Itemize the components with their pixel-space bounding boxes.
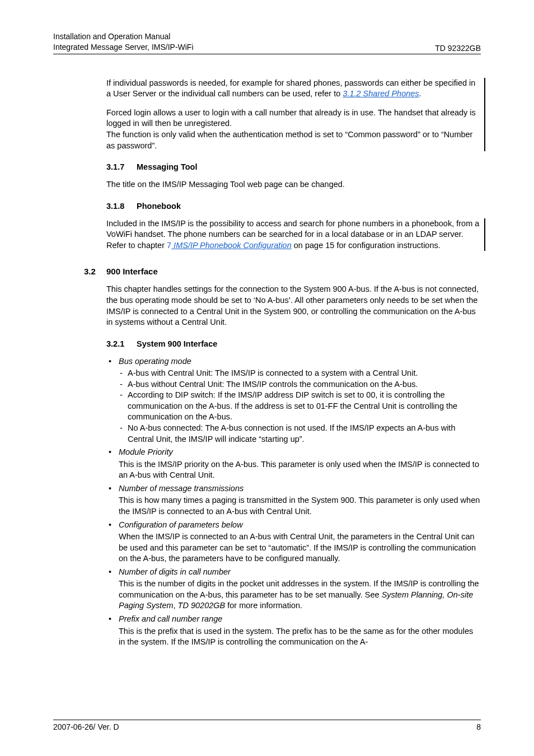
intro-p2a: Forced login allows a user to login with… <box>106 108 476 128</box>
link-phonebook-config[interactable]: IMS/IP Phonebook Configuration <box>171 241 292 250</box>
intro-p1-period: . <box>419 89 421 98</box>
changebar-block-2: Included in the IMS/IP is the possibilit… <box>106 218 485 251</box>
dash-item: A-bus without Central Unit: The IMS/IP c… <box>119 379 481 390</box>
term-prefix-range: Prefix and call number range <box>119 614 222 623</box>
content-area: If individual passwords is needed, for e… <box>53 78 481 648</box>
intro-paragraph-1: If individual passwords is needed, for e… <box>106 78 481 100</box>
header-right: TD 92322GB <box>435 44 481 53</box>
heading-318: 3.1.8Phonebook <box>106 202 481 211</box>
bullet-module-priority: Module Priority This is the IMS/IP prior… <box>106 447 481 481</box>
sectitle-321: System 900 Interface <box>137 339 217 348</box>
body-318: Included in the IMS/IP is the possibilit… <box>106 218 481 251</box>
heading-32: 3.2900 Interface <box>84 267 481 276</box>
body-32: This chapter handles settings for the co… <box>106 284 481 328</box>
page-header: Installation and Operation Manual Integr… <box>53 31 481 54</box>
secnum-317: 3.1.7 <box>106 162 137 171</box>
dash-item: No A-bus connected: The A-bus connection… <box>119 423 481 445</box>
dash-list-bus-mode: A-bus with Central Unit: The IMS/IP is c… <box>119 368 481 445</box>
dash-item: A-bus with Central Unit: The IMS/IP is c… <box>119 368 481 379</box>
desc-num-digits-post: for more information. <box>225 601 302 610</box>
body-318-post: on page 15 for configuration instruction… <box>292 241 441 250</box>
desc-module-priority: This is the IMS/IP priority on the A-bus… <box>119 459 481 481</box>
bullet-num-digits: Number of digits in call number This is … <box>106 567 481 612</box>
body-318-chnum: 7 <box>167 241 171 250</box>
secnum-318: 3.1.8 <box>106 202 137 211</box>
desc-num-digits-ital2: TD 90202GB <box>178 601 226 610</box>
term-bus-operating-mode: Bus operating mode <box>119 357 191 366</box>
body-317: The title on the IMS/IP Messaging Tool w… <box>106 179 481 190</box>
sectitle-318: Phonebook <box>137 202 181 211</box>
page-footer: 2007-06-26/ Ver. D 8 <box>53 720 481 731</box>
desc-msg-transmissions: This is how many times a paging is trans… <box>119 495 481 517</box>
term-config-params: Configuration of parameters below <box>119 520 243 529</box>
bullet-msg-transmissions: Number of message transmissions This is … <box>106 483 481 517</box>
link-shared-phones[interactable]: 3.1.2 Shared Phones <box>343 89 419 98</box>
bullet-list-321: Bus operating mode A-bus with Central Un… <box>106 356 481 648</box>
bullet-config-params: Configuration of parameters below When t… <box>106 520 481 564</box>
secnum-321: 3.2.1 <box>106 339 137 348</box>
term-msg-transmissions: Number of message transmissions <box>119 484 243 493</box>
desc-num-digits: This is the number of digits in the pock… <box>119 578 481 612</box>
page: Installation and Operation Manual Integr… <box>0 0 534 756</box>
footer-date-version: 2007-06-26/ Ver. D <box>53 722 119 731</box>
term-module-priority: Module Priority <box>119 447 173 456</box>
term-num-digits: Number of digits in call number <box>119 567 231 576</box>
product-title: Integrated Message Server, IMS/IP-WiFi <box>53 42 194 53</box>
secnum-32: 3.2 <box>84 267 106 276</box>
bullet-prefix-range: Prefix and call number range This is the… <box>106 614 481 648</box>
manual-title: Installation and Operation Manual <box>53 31 194 42</box>
heading-317: 3.1.7Messaging Tool <box>106 162 481 171</box>
sectitle-317: Messaging Tool <box>137 162 198 171</box>
doc-id: TD 92322GB <box>435 44 481 53</box>
sectitle-32: 900 Interface <box>106 267 158 276</box>
header-left: Installation and Operation Manual Integr… <box>53 31 194 53</box>
desc-prefix-range: This is the prefix that is used in the s… <box>119 626 481 648</box>
heading-321: 3.2.1System 900 Interface <box>106 339 481 348</box>
desc-num-digits-mid: , <box>174 601 178 610</box>
desc-config-params: When the IMS/IP is connected to an A-bus… <box>119 531 481 564</box>
dash-item: According to DIP switch: If the IMS/IP a… <box>119 390 481 423</box>
intro-paragraph-2: Forced login allows a user to login with… <box>106 108 481 151</box>
bullet-bus-operating-mode: Bus operating mode A-bus with Central Un… <box>106 356 481 445</box>
page-number: 8 <box>476 722 481 731</box>
intro-p2b: The function is only valid when the auth… <box>106 130 472 150</box>
changebar-block-1: If individual passwords is needed, for e… <box>106 78 485 151</box>
